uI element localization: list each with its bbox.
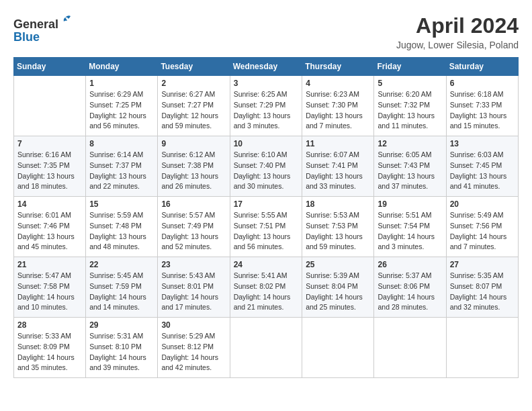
day-info: Sunrise: 6:18 AM Sunset: 7:33 PM Dayligh… xyxy=(450,89,515,132)
calendar-cell: 3Sunrise: 6:25 AM Sunset: 7:29 PM Daylig… xyxy=(230,76,302,136)
day-number: 5 xyxy=(378,79,442,88)
day-number: 16 xyxy=(161,199,226,209)
day-number: 13 xyxy=(450,139,515,148)
calendar-cell: 6Sunrise: 6:18 AM Sunset: 7:33 PM Daylig… xyxy=(446,76,518,136)
day-number: 1 xyxy=(89,79,154,88)
day-number: 21 xyxy=(17,260,82,269)
day-info: Sunrise: 5:35 AM Sunset: 8:07 PM Dayligh… xyxy=(450,271,515,313)
day-info: Sunrise: 5:49 AM Sunset: 7:56 PM Dayligh… xyxy=(450,210,515,253)
calendar-week-2: 7Sunrise: 6:16 AM Sunset: 7:35 PM Daylig… xyxy=(14,136,519,197)
calendar-cell: 28Sunrise: 5:33 AM Sunset: 8:09 PM Dayli… xyxy=(14,318,86,378)
calendar-header-wednesday: Wednesday xyxy=(230,58,302,76)
day-info: Sunrise: 6:20 AM Sunset: 7:32 PM Dayligh… xyxy=(378,89,442,132)
day-info: Sunrise: 5:47 AM Sunset: 7:58 PM Dayligh… xyxy=(17,271,82,313)
calendar-cell: 8Sunrise: 6:14 AM Sunset: 7:37 PM Daylig… xyxy=(86,136,158,197)
calendar-cell: 11Sunrise: 6:07 AM Sunset: 7:41 PM Dayli… xyxy=(302,136,374,197)
calendar-week-3: 14Sunrise: 6:01 AM Sunset: 7:46 PM Dayli… xyxy=(14,197,519,257)
calendar-cell: 10Sunrise: 6:10 AM Sunset: 7:40 PM Dayli… xyxy=(230,136,302,197)
day-number: 20 xyxy=(450,199,515,209)
day-info: Sunrise: 6:05 AM Sunset: 7:43 PM Dayligh… xyxy=(378,150,442,192)
day-number: 22 xyxy=(89,260,154,269)
day-number: 17 xyxy=(234,199,299,209)
day-number: 18 xyxy=(306,199,370,209)
calendar-cell: 24Sunrise: 5:41 AM Sunset: 8:02 PM Dayli… xyxy=(230,257,302,318)
calendar-cell: 12Sunrise: 6:05 AM Sunset: 7:43 PM Dayli… xyxy=(374,136,446,197)
day-info: Sunrise: 5:53 AM Sunset: 7:53 PM Dayligh… xyxy=(306,210,370,253)
day-info: Sunrise: 5:31 AM Sunset: 8:10 PM Dayligh… xyxy=(89,331,154,373)
day-number: 23 xyxy=(161,260,226,269)
calendar-week-4: 21Sunrise: 5:47 AM Sunset: 7:58 PM Dayli… xyxy=(14,257,519,318)
day-number: 6 xyxy=(450,79,515,88)
calendar-cell: 2Sunrise: 6:27 AM Sunset: 7:27 PM Daylig… xyxy=(158,76,230,136)
day-number: 7 xyxy=(17,139,82,148)
calendar-cell xyxy=(230,318,302,378)
calendar-cell: 18Sunrise: 5:53 AM Sunset: 7:53 PM Dayli… xyxy=(302,197,374,257)
day-number: 10 xyxy=(234,139,299,148)
calendar-header-friday: Friday xyxy=(374,58,446,76)
calendar-week-1: 1Sunrise: 6:29 AM Sunset: 7:25 PM Daylig… xyxy=(14,76,519,136)
day-info: Sunrise: 5:41 AM Sunset: 8:02 PM Dayligh… xyxy=(234,271,299,313)
day-info: Sunrise: 5:51 AM Sunset: 7:54 PM Dayligh… xyxy=(378,210,442,253)
month-title: April 2024 xyxy=(396,13,519,38)
day-info: Sunrise: 6:23 AM Sunset: 7:30 PM Dayligh… xyxy=(306,89,370,132)
day-info: Sunrise: 6:14 AM Sunset: 7:37 PM Dayligh… xyxy=(89,150,154,192)
logo-bird-icon xyxy=(58,13,73,28)
calendar-cell: 20Sunrise: 5:49 AM Sunset: 7:56 PM Dayli… xyxy=(446,197,518,257)
day-number: 8 xyxy=(89,139,154,148)
day-info: Sunrise: 6:25 AM Sunset: 7:29 PM Dayligh… xyxy=(234,89,299,132)
day-info: Sunrise: 5:59 AM Sunset: 7:48 PM Dayligh… xyxy=(89,210,154,253)
calendar-cell: 22Sunrise: 5:45 AM Sunset: 7:59 PM Dayli… xyxy=(86,257,158,318)
location: Jugow, Lower Silesia, Poland xyxy=(396,40,519,50)
day-info: Sunrise: 5:55 AM Sunset: 7:51 PM Dayligh… xyxy=(234,210,299,253)
calendar-week-5: 28Sunrise: 5:33 AM Sunset: 8:09 PM Dayli… xyxy=(14,318,519,378)
day-number: 15 xyxy=(89,199,154,209)
day-info: Sunrise: 6:10 AM Sunset: 7:40 PM Dayligh… xyxy=(234,150,299,192)
day-info: Sunrise: 5:45 AM Sunset: 7:59 PM Dayligh… xyxy=(89,271,154,313)
day-number: 9 xyxy=(161,139,226,148)
day-info: Sunrise: 6:29 AM Sunset: 7:25 PM Dayligh… xyxy=(89,89,154,132)
day-number: 25 xyxy=(306,260,370,269)
header: General Blue April 2024 Jugow, Lower Sil… xyxy=(13,13,519,50)
calendar-header-thursday: Thursday xyxy=(302,58,374,76)
calendar-cell xyxy=(446,318,518,378)
logo-text-general: General xyxy=(13,17,58,31)
day-info: Sunrise: 6:27 AM Sunset: 7:27 PM Dayligh… xyxy=(161,89,226,132)
title-area: April 2024 Jugow, Lower Silesia, Poland xyxy=(396,13,519,50)
day-info: Sunrise: 6:01 AM Sunset: 7:46 PM Dayligh… xyxy=(17,210,82,253)
calendar-cell: 4Sunrise: 6:23 AM Sunset: 7:30 PM Daylig… xyxy=(302,76,374,136)
calendar-header-row: SundayMondayTuesdayWednesdayThursdayFrid… xyxy=(14,58,519,76)
day-info: Sunrise: 6:07 AM Sunset: 7:41 PM Dayligh… xyxy=(306,150,370,192)
calendar-cell: 16Sunrise: 5:57 AM Sunset: 7:49 PM Dayli… xyxy=(158,197,230,257)
calendar-cell: 30Sunrise: 5:29 AM Sunset: 8:12 PM Dayli… xyxy=(158,318,230,378)
calendar-cell xyxy=(14,76,86,136)
calendar-cell: 14Sunrise: 6:01 AM Sunset: 7:46 PM Dayli… xyxy=(14,197,86,257)
calendar-cell: 17Sunrise: 5:55 AM Sunset: 7:51 PM Dayli… xyxy=(230,197,302,257)
day-info: Sunrise: 5:57 AM Sunset: 7:49 PM Dayligh… xyxy=(161,210,226,253)
day-info: Sunrise: 6:03 AM Sunset: 7:45 PM Dayligh… xyxy=(450,150,515,192)
calendar-cell: 15Sunrise: 5:59 AM Sunset: 7:48 PM Dayli… xyxy=(86,197,158,257)
day-info: Sunrise: 5:33 AM Sunset: 8:09 PM Dayligh… xyxy=(17,331,82,373)
calendar-cell xyxy=(374,318,446,378)
calendar-header-saturday: Saturday xyxy=(446,58,518,76)
calendar-cell: 26Sunrise: 5:37 AM Sunset: 8:06 PM Dayli… xyxy=(374,257,446,318)
day-info: Sunrise: 6:16 AM Sunset: 7:35 PM Dayligh… xyxy=(17,150,82,192)
day-info: Sunrise: 5:39 AM Sunset: 8:04 PM Dayligh… xyxy=(306,271,370,313)
day-info: Sunrise: 5:43 AM Sunset: 8:01 PM Dayligh… xyxy=(161,271,226,313)
day-number: 27 xyxy=(450,260,515,269)
calendar-cell: 13Sunrise: 6:03 AM Sunset: 7:45 PM Dayli… xyxy=(446,136,518,197)
day-number: 24 xyxy=(234,260,299,269)
calendar-cell: 19Sunrise: 5:51 AM Sunset: 7:54 PM Dayli… xyxy=(374,197,446,257)
logo: General Blue xyxy=(13,13,73,44)
calendar-cell: 23Sunrise: 5:43 AM Sunset: 8:01 PM Dayli… xyxy=(158,257,230,318)
calendar-cell: 7Sunrise: 6:16 AM Sunset: 7:35 PM Daylig… xyxy=(14,136,86,197)
calendar-cell: 5Sunrise: 6:20 AM Sunset: 7:32 PM Daylig… xyxy=(374,76,446,136)
calendar-cell: 27Sunrise: 5:35 AM Sunset: 8:07 PM Dayli… xyxy=(446,257,518,318)
day-info: Sunrise: 5:37 AM Sunset: 8:06 PM Dayligh… xyxy=(378,271,442,313)
day-number: 19 xyxy=(378,199,442,209)
day-number: 29 xyxy=(89,320,154,330)
calendar-header-tuesday: Tuesday xyxy=(158,58,230,76)
calendar-cell: 9Sunrise: 6:12 AM Sunset: 7:38 PM Daylig… xyxy=(158,136,230,197)
day-number: 12 xyxy=(378,139,442,148)
calendar-cell: 25Sunrise: 5:39 AM Sunset: 8:04 PM Dayli… xyxy=(302,257,374,318)
calendar-header-sunday: Sunday xyxy=(14,58,86,76)
